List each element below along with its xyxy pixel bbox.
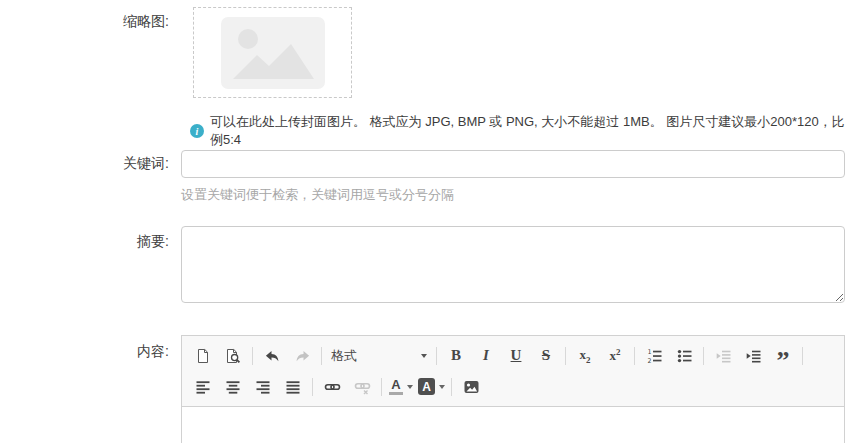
align-left-button[interactable] bbox=[188, 375, 218, 399]
format-dropdown-label: 格式 bbox=[331, 347, 357, 365]
toolbar-separator bbox=[565, 347, 566, 365]
chevron-down-icon bbox=[439, 385, 445, 389]
link-icon bbox=[324, 379, 341, 395]
blockquote-icon: ” bbox=[777, 346, 790, 366]
align-center-icon bbox=[225, 379, 241, 395]
thumbnail-hint-row: i 可以在此处上传封面图片。 格式应为 JPG, BMP 或 PNG, 大小不能… bbox=[190, 113, 857, 149]
redo-button[interactable] bbox=[287, 344, 317, 368]
rich-text-editor: 格式 B I U S x2 x2 bbox=[181, 335, 845, 443]
justify-icon bbox=[285, 379, 301, 395]
info-icon: i bbox=[190, 124, 204, 138]
align-left-icon bbox=[195, 379, 211, 395]
blockquote-button[interactable]: ” bbox=[768, 344, 798, 368]
image-placeholder-icon bbox=[221, 17, 325, 89]
svg-text:2: 2 bbox=[647, 356, 651, 363]
svg-text:1: 1 bbox=[647, 348, 651, 356]
editor-content-area[interactable] bbox=[182, 407, 844, 443]
insert-image-button[interactable] bbox=[456, 375, 486, 399]
numbered-list-button[interactable]: 1 2 bbox=[639, 344, 669, 368]
preview-button[interactable] bbox=[218, 344, 248, 368]
subscript-button[interactable]: x2 bbox=[570, 344, 600, 368]
link-button[interactable] bbox=[317, 375, 347, 399]
chevron-down-icon bbox=[421, 354, 427, 358]
keywords-help-text: 设置关键词便于检索，关键词用逗号或分号分隔 bbox=[181, 186, 454, 204]
bulleted-list-button[interactable] bbox=[669, 344, 699, 368]
keywords-label: 关键词: bbox=[0, 155, 181, 173]
article-edit-form: 缩略图: i 可以在此处上传封面图片。 格式应为 JPG, BMP 或 PNG,… bbox=[0, 0, 857, 443]
toolbar-separator bbox=[321, 347, 322, 365]
keywords-row: 关键词: bbox=[0, 150, 845, 178]
summary-label: 摘要: bbox=[0, 226, 181, 303]
content-label: 内容: bbox=[0, 335, 181, 443]
toolbar-separator bbox=[381, 378, 382, 396]
toolbar-separator bbox=[802, 347, 803, 365]
preview-icon bbox=[225, 348, 241, 364]
align-right-icon bbox=[255, 379, 271, 395]
italic-button[interactable]: I bbox=[471, 344, 501, 368]
toolbar-separator bbox=[451, 378, 452, 396]
unlink-icon bbox=[354, 379, 371, 395]
new-page-button[interactable] bbox=[188, 344, 218, 368]
align-right-button[interactable] bbox=[248, 375, 278, 399]
superscript-button[interactable]: x2 bbox=[600, 344, 630, 368]
bold-button[interactable]: B bbox=[441, 344, 471, 368]
summary-textarea[interactable] bbox=[181, 226, 845, 303]
undo-button[interactable] bbox=[257, 344, 287, 368]
toolbar-separator bbox=[436, 347, 437, 365]
undo-icon bbox=[264, 348, 281, 364]
align-center-button[interactable] bbox=[218, 375, 248, 399]
editor-toolbar: 格式 B I U S x2 x2 bbox=[182, 336, 844, 407]
increase-indent-button[interactable] bbox=[738, 344, 768, 368]
toolbar-row-1: 格式 B I U S x2 x2 bbox=[188, 340, 838, 371]
decrease-indent-button[interactable] bbox=[708, 344, 738, 368]
insert-image-icon bbox=[463, 379, 480, 395]
format-dropdown[interactable]: 格式 bbox=[326, 343, 432, 368]
strikethrough-button[interactable]: S bbox=[531, 344, 561, 368]
thumbnail-hint-text: 可以在此处上传封面图片。 格式应为 JPG, BMP 或 PNG, 大小不能超过… bbox=[210, 113, 857, 149]
keywords-input[interactable] bbox=[181, 150, 845, 178]
background-color-button[interactable]: A bbox=[416, 375, 447, 399]
bulleted-list-icon bbox=[676, 348, 693, 364]
justify-button[interactable] bbox=[278, 375, 308, 399]
text-color-icon: A bbox=[389, 378, 403, 395]
content-row: 内容: bbox=[0, 335, 845, 443]
chevron-down-icon bbox=[407, 385, 413, 389]
underline-button[interactable]: U bbox=[501, 344, 531, 368]
summary-row: 摘要: bbox=[0, 226, 845, 303]
thumbnail-upload-dropzone[interactable] bbox=[193, 7, 352, 98]
thumbnail-label: 缩略图: bbox=[0, 7, 181, 98]
text-color-button[interactable]: A bbox=[386, 375, 416, 399]
toolbar-separator bbox=[312, 378, 313, 396]
toolbar-separator bbox=[252, 347, 253, 365]
redo-icon bbox=[294, 348, 311, 364]
toolbar-row-2: A A bbox=[188, 371, 838, 402]
new-page-icon bbox=[195, 348, 211, 364]
increase-indent-icon bbox=[745, 348, 762, 364]
background-color-icon: A bbox=[418, 378, 435, 395]
numbered-list-icon: 1 2 bbox=[646, 348, 663, 364]
toolbar-separator bbox=[703, 347, 704, 365]
unlink-button[interactable] bbox=[347, 375, 377, 399]
decrease-indent-icon bbox=[715, 348, 732, 364]
thumbnail-row: 缩略图: bbox=[0, 7, 352, 98]
toolbar-separator bbox=[634, 347, 635, 365]
